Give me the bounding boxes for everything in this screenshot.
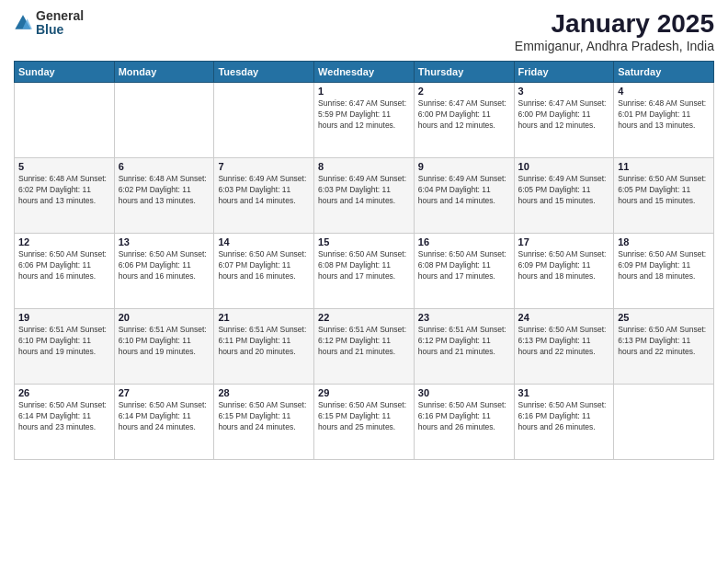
day-number: 8	[318, 161, 410, 172]
day-info: Sunrise: 6:50 AM Sunset: 6:15 PM Dayligh…	[318, 400, 410, 433]
day-number: 2	[418, 86, 510, 97]
day-cell: 21Sunrise: 6:51 AM Sunset: 6:11 PM Dayli…	[214, 309, 314, 385]
weekday-header-tuesday: Tuesday	[214, 62, 314, 83]
weekday-header-saturday: Saturday	[614, 62, 714, 83]
day-info: Sunrise: 6:51 AM Sunset: 6:12 PM Dayligh…	[418, 325, 510, 358]
week-row-2: 5Sunrise: 6:48 AM Sunset: 6:02 PM Daylig…	[15, 158, 714, 234]
day-number: 3	[518, 86, 610, 97]
day-cell: 2Sunrise: 6:47 AM Sunset: 6:00 PM Daylig…	[414, 83, 514, 158]
weekday-header-thursday: Thursday	[414, 62, 514, 83]
day-info: Sunrise: 6:50 AM Sunset: 6:13 PM Dayligh…	[518, 325, 610, 358]
day-cell: 24Sunrise: 6:50 AM Sunset: 6:13 PM Dayli…	[514, 309, 614, 385]
day-cell: 18Sunrise: 6:50 AM Sunset: 6:09 PM Dayli…	[614, 234, 714, 309]
day-info: Sunrise: 6:50 AM Sunset: 6:13 PM Dayligh…	[618, 325, 710, 358]
day-number: 23	[418, 312, 510, 323]
logo-blue-label: Blue	[36, 23, 84, 37]
day-cell: 8Sunrise: 6:49 AM Sunset: 6:03 PM Daylig…	[314, 158, 415, 234]
day-info: Sunrise: 6:50 AM Sunset: 6:09 PM Dayligh…	[518, 249, 610, 282]
logo: General Blue	[14, 9, 84, 38]
day-info: Sunrise: 6:50 AM Sunset: 6:16 PM Dayligh…	[418, 400, 510, 433]
day-number: 17	[518, 236, 610, 247]
day-number: 29	[318, 387, 410, 398]
location-title: Emmiganur, Andhra Pradesh, India	[515, 39, 714, 53]
day-number: 18	[618, 236, 710, 247]
day-cell: 3Sunrise: 6:47 AM Sunset: 6:00 PM Daylig…	[514, 83, 614, 158]
day-info: Sunrise: 6:50 AM Sunset: 6:08 PM Dayligh…	[418, 249, 510, 282]
day-number: 16	[418, 236, 510, 247]
day-cell: 25Sunrise: 6:50 AM Sunset: 6:13 PM Dayli…	[614, 309, 714, 385]
week-row-5: 26Sunrise: 6:50 AM Sunset: 6:14 PM Dayli…	[15, 385, 714, 460]
day-cell: 1Sunrise: 6:47 AM Sunset: 5:59 PM Daylig…	[314, 83, 415, 158]
week-row-4: 19Sunrise: 6:51 AM Sunset: 6:10 PM Dayli…	[15, 309, 714, 385]
weekday-header-friday: Friday	[514, 62, 614, 83]
day-info: Sunrise: 6:50 AM Sunset: 6:14 PM Dayligh…	[18, 400, 110, 433]
day-number: 26	[18, 387, 110, 398]
day-cell: 27Sunrise: 6:50 AM Sunset: 6:14 PM Dayli…	[114, 385, 214, 460]
day-cell: 19Sunrise: 6:51 AM Sunset: 6:10 PM Dayli…	[15, 309, 115, 385]
day-info: Sunrise: 6:49 AM Sunset: 6:03 PM Dayligh…	[318, 174, 410, 207]
day-cell	[614, 385, 714, 460]
day-number: 10	[518, 161, 610, 172]
day-cell: 7Sunrise: 6:49 AM Sunset: 6:03 PM Daylig…	[214, 158, 314, 234]
day-info: Sunrise: 6:50 AM Sunset: 6:15 PM Dayligh…	[218, 400, 310, 433]
day-cell: 9Sunrise: 6:49 AM Sunset: 6:04 PM Daylig…	[414, 158, 514, 234]
day-number: 9	[418, 161, 510, 172]
weekday-header-wednesday: Wednesday	[314, 62, 415, 83]
day-number: 4	[618, 86, 710, 97]
day-info: Sunrise: 6:49 AM Sunset: 6:05 PM Dayligh…	[518, 174, 610, 207]
day-number: 24	[518, 312, 610, 323]
weekday-header-row: SundayMondayTuesdayWednesdayThursdayFrid…	[15, 62, 714, 83]
week-row-3: 12Sunrise: 6:50 AM Sunset: 6:06 PM Dayli…	[15, 234, 714, 309]
day-cell	[214, 83, 314, 158]
weekday-header-monday: Monday	[114, 62, 214, 83]
day-info: Sunrise: 6:47 AM Sunset: 6:00 PM Dayligh…	[518, 98, 610, 132]
day-info: Sunrise: 6:50 AM Sunset: 6:07 PM Dayligh…	[218, 249, 310, 282]
day-info: Sunrise: 6:50 AM Sunset: 6:16 PM Dayligh…	[518, 400, 610, 433]
day-cell: 4Sunrise: 6:48 AM Sunset: 6:01 PM Daylig…	[614, 83, 714, 158]
day-number: 7	[218, 161, 310, 172]
day-cell: 30Sunrise: 6:50 AM Sunset: 6:16 PM Dayli…	[414, 385, 514, 460]
day-number: 27	[119, 387, 210, 398]
day-number: 14	[218, 236, 310, 247]
day-number: 20	[119, 312, 210, 323]
day-cell: 12Sunrise: 6:50 AM Sunset: 6:06 PM Dayli…	[15, 234, 115, 309]
day-number: 5	[18, 161, 110, 172]
page: General Blue January 2025 Emmiganur, And…	[0, 0, 728, 563]
day-info: Sunrise: 6:50 AM Sunset: 6:08 PM Dayligh…	[318, 249, 410, 282]
day-cell: 11Sunrise: 6:50 AM Sunset: 6:05 PM Dayli…	[614, 158, 714, 234]
day-cell: 6Sunrise: 6:48 AM Sunset: 6:02 PM Daylig…	[114, 158, 214, 234]
day-cell: 5Sunrise: 6:48 AM Sunset: 6:02 PM Daylig…	[15, 158, 115, 234]
day-cell: 14Sunrise: 6:50 AM Sunset: 6:07 PM Dayli…	[214, 234, 314, 309]
day-number: 28	[218, 387, 310, 398]
title-area: January 2025 Emmiganur, Andhra Pradesh, …	[515, 9, 714, 53]
day-number: 15	[318, 236, 410, 247]
day-number: 31	[518, 387, 610, 398]
day-info: Sunrise: 6:50 AM Sunset: 6:06 PM Dayligh…	[119, 249, 210, 282]
header: General Blue January 2025 Emmiganur, And…	[14, 9, 714, 53]
day-number: 30	[418, 387, 510, 398]
day-info: Sunrise: 6:48 AM Sunset: 6:02 PM Dayligh…	[18, 174, 110, 207]
day-cell: 31Sunrise: 6:50 AM Sunset: 6:16 PM Dayli…	[514, 385, 614, 460]
day-cell: 26Sunrise: 6:50 AM Sunset: 6:14 PM Dayli…	[15, 385, 115, 460]
logo-icon	[14, 14, 32, 32]
day-info: Sunrise: 6:48 AM Sunset: 6:01 PM Dayligh…	[618, 98, 710, 132]
day-cell: 28Sunrise: 6:50 AM Sunset: 6:15 PM Dayli…	[214, 385, 314, 460]
day-number: 25	[618, 312, 710, 323]
day-info: Sunrise: 6:48 AM Sunset: 6:02 PM Dayligh…	[119, 174, 210, 207]
day-cell: 10Sunrise: 6:49 AM Sunset: 6:05 PM Dayli…	[514, 158, 614, 234]
day-cell	[15, 83, 115, 158]
day-info: Sunrise: 6:50 AM Sunset: 6:09 PM Dayligh…	[618, 249, 710, 282]
day-cell: 13Sunrise: 6:50 AM Sunset: 6:06 PM Dayli…	[114, 234, 214, 309]
day-number: 11	[618, 161, 710, 172]
day-number: 13	[119, 236, 210, 247]
day-cell: 17Sunrise: 6:50 AM Sunset: 6:09 PM Dayli…	[514, 234, 614, 309]
day-info: Sunrise: 6:50 AM Sunset: 6:06 PM Dayligh…	[18, 249, 110, 282]
day-info: Sunrise: 6:51 AM Sunset: 6:10 PM Dayligh…	[119, 325, 210, 358]
day-number: 12	[18, 236, 110, 247]
logo-general-label: General	[36, 9, 84, 23]
day-cell: 20Sunrise: 6:51 AM Sunset: 6:10 PM Dayli…	[114, 309, 214, 385]
day-cell	[114, 83, 214, 158]
day-cell: 16Sunrise: 6:50 AM Sunset: 6:08 PM Dayli…	[414, 234, 514, 309]
day-cell: 15Sunrise: 6:50 AM Sunset: 6:08 PM Dayli…	[314, 234, 415, 309]
day-cell: 29Sunrise: 6:50 AM Sunset: 6:15 PM Dayli…	[314, 385, 415, 460]
